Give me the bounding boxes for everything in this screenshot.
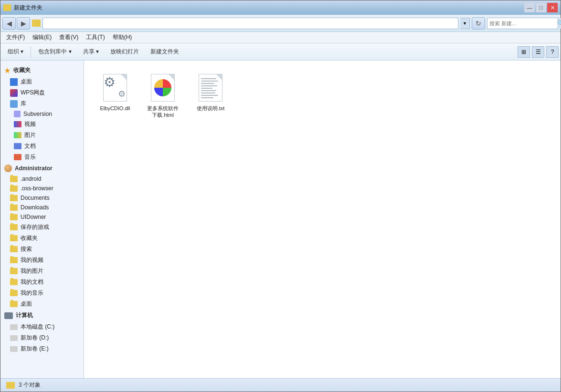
android-folder-icon [10,176,18,182]
sidebar-item-my-pictures[interactable]: 我的图片 [0,266,84,277]
sidebar-admin-header[interactable]: Administrator [0,163,84,174]
file-name-txt: 使用说明.txt [197,105,225,112]
html-icon [148,73,177,102]
sidebar: ★ 收藏夹 桌面 WPS网盘 库 Subversion [0,61,84,378]
subversion-label: Subversion [23,111,52,117]
status-bar: 3 个对象 [0,378,561,392]
file-item-html[interactable]: 更多系统软件下载.html [141,70,184,122]
documents-icon [14,143,21,149]
file-name-dll: ElbyCDIO.dll [100,105,130,112]
sidebar-item-my-videos[interactable]: 我的视频 [0,255,84,266]
help-button[interactable]: ? [546,46,559,58]
disk-c-icon [10,324,18,330]
sidebar-item-downloads[interactable]: Downloads [0,203,84,212]
sidebar-item-disk-c[interactable]: 本地磁盘 (C:) [0,321,84,332]
sidebar-item-subversion[interactable]: Subversion [0,109,84,119]
sidebar-item-music[interactable]: 音乐 [0,152,84,163]
sidebar-item-wps[interactable]: WPS网盘 [0,87,84,98]
documents-label: 文档 [24,142,36,150]
uidowner-folder-icon [10,214,18,220]
include-in-library-button[interactable]: 包含到库中 ▾ [33,45,76,59]
star-icon: ★ [4,67,11,74]
sidebar-favorites-header[interactable]: ★ 收藏夹 [0,64,84,76]
menu-edit[interactable]: 编辑(E) [29,32,55,42]
disk-e-label: 新加卷 (E:) [21,345,49,353]
sidebar-item-my-music[interactable]: 我的音乐 [0,288,84,299]
nav-buttons: ◀ ▶ [2,17,30,30]
refresh-button[interactable]: ↻ [472,17,485,30]
address-dropdown[interactable]: ▼ [460,18,470,29]
desktop2-label: 桌面 [21,300,32,308]
title-text: 新建文件夹 [14,4,42,12]
menu-view[interactable]: 查看(V) [55,32,82,42]
dll-icon: ⚙ ⚙ [101,73,129,102]
menu-tools[interactable]: 工具(T) [82,32,108,42]
file-item-txt[interactable]: 使用说明.txt [189,70,232,122]
sidebar-item-android[interactable]: .android [0,174,84,184]
my-music-folder-icon [10,290,18,296]
sidebar-item-library[interactable]: 库 [0,98,84,109]
new-folder-button[interactable]: 新建文件夹 [145,45,184,59]
desktop2-folder-icon [10,301,18,307]
sidebar-item-desktop[interactable]: 桌面 [0,76,84,87]
my-music-label: 我的音乐 [21,289,43,297]
window: 新建文件夹 — □ ✕ ◀ ▶ 新建文件夹 ▼ ↻ 🔍 文件(F) 编辑(E) … [0,0,561,392]
back-button[interactable]: ◀ [2,17,16,30]
music-icon [14,154,21,160]
sidebar-item-uidowner[interactable]: UIDowner [0,212,84,222]
sidebar-item-images[interactable]: 图片 [0,130,84,141]
share-button[interactable]: 共享 ▾ [78,45,104,59]
documents2-folder-icon [10,195,18,201]
search-input[interactable] [487,21,557,26]
maximize-button[interactable]: □ [536,3,546,12]
search-folder-icon [10,246,18,252]
saved-games-folder-icon [10,224,18,230]
view-details-button[interactable]: ☰ [532,46,544,58]
toolbar: 组织 ▾ 包含到库中 ▾ 共享 ▾ 放映幻灯片 新建文件夹 ⊞ ☰ ? [0,43,561,61]
file-name-html: 更多系统软件下载.html [145,105,181,119]
admin-label: Administrator [15,165,53,172]
organize-button[interactable]: 组织 ▾ [2,45,29,59]
file-item-dll[interactable]: ⚙ ⚙ ElbyCDIO.dll [94,70,137,122]
uidowner-label: UIDowner [21,214,46,220]
slideshow-button[interactable]: 放映幻灯片 [105,45,144,59]
videos-icon [14,121,21,127]
sidebar-item-desktop2[interactable]: 桌面 [0,299,84,309]
menu-file[interactable]: 文件(F) [2,32,29,42]
downloads-folder-icon [10,205,18,211]
images-icon [14,132,21,138]
computer-label: 计算机 [16,311,33,320]
sidebar-item-videos[interactable]: 视频 [0,119,84,130]
sidebar-item-disk-e[interactable]: 新加卷 (E:) [0,343,84,354]
sidebar-item-saved-games[interactable]: 保存的游戏 [0,222,84,233]
android-label: .android [21,175,41,182]
dll-page: ⚙ ⚙ [103,74,127,102]
txt-lines [199,74,222,102]
saved-games-label: 保存的游戏 [21,223,49,231]
my-pictures-folder-icon [10,268,18,274]
sidebar-item-documents2[interactable]: Documents [0,193,84,203]
search-button[interactable]: 🔍 [557,18,561,29]
forward-button[interactable]: ▶ [17,17,30,30]
my-pictures-label: 我的图片 [21,267,43,275]
sidebar-computer-header[interactable]: 计算机 [0,309,84,321]
address-folder-icon [32,20,41,27]
sidebar-item-favorites2[interactable]: 收藏夹 [0,233,84,244]
address-input[interactable]: 新建文件夹 [42,18,458,29]
sidebar-item-search[interactable]: 搜索 [0,244,84,255]
sidebar-item-my-docs[interactable]: 我的文档 [0,277,84,288]
address-bar: ◀ ▶ 新建文件夹 ▼ ↻ 🔍 [0,15,561,32]
view-toggle-button[interactable]: ⊞ [518,46,530,58]
sidebar-item-disk-d[interactable]: 新加卷 (D:) [0,332,84,343]
my-videos-folder-icon [10,257,18,263]
sidebar-item-oss-browser[interactable]: .oss-browser [0,184,84,193]
favorites2-folder-icon [10,235,18,241]
menu-help[interactable]: 帮助(H) [109,32,136,42]
computer-icon [4,312,13,319]
dll-gear-icon: ⚙ [104,74,116,90]
desktop-icon [10,78,18,86]
title-folder-icon [3,4,11,11]
sidebar-item-documents[interactable]: 文档 [0,141,84,152]
minimize-button[interactable]: — [524,3,535,12]
close-button[interactable]: ✕ [547,3,558,12]
